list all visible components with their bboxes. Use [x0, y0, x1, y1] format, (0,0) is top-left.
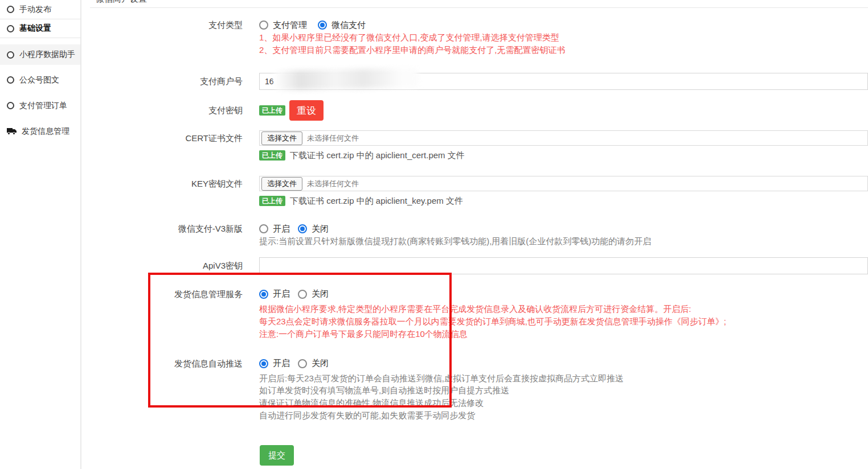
key-file-note: 下载证书 cert.zip 中的 apiclient_key.pem 文件 [290, 196, 463, 207]
sidebar-item-official-account-articles[interactable]: 公众号图文 [0, 67, 80, 93]
row-submit: 提交 [83, 445, 868, 466]
field-label: 微信支付-V3新版 [83, 223, 243, 248]
shipping-service-radio-group: 开启 关闭 [259, 288, 868, 301]
radio-option-wechat-pay[interactable]: 微信支付 [318, 20, 366, 31]
field-label-empty [83, 445, 243, 466]
radio-label: 支付管理 [273, 20, 307, 31]
radio-option-v3-on[interactable]: 开启 [259, 224, 290, 234]
radio-icon-checked[interactable] [298, 224, 307, 233]
redacted-value [275, 68, 419, 90]
radio-icon-checked[interactable] [259, 290, 268, 299]
cert-file-note: 下载证书 cert.zip 中的 apiclient_cert.pem 文件 [290, 150, 465, 161]
v3-hint: 提示:当前设置只针对新版微信提现打款(商家转账到零钱功能),用着旧版(企业付款到… [259, 235, 868, 248]
field-label: ApiV3密钥 [83, 257, 243, 274]
field-label: 支付密钥 [83, 100, 243, 121]
pay-type-note-1: 1、如果小程序里已经没有了微信支付入口,变成了支付管理,请选择支付管理类型 [259, 31, 868, 44]
field-label: CERT证书文件 [83, 130, 243, 161]
key-file-input: 选择文件 未选择任何文件 [259, 176, 868, 191]
row-shipping-push: 发货信息自动推送 开启 关闭 开启后:每天23点可发货的订单会自动推送到微信,虚… [83, 357, 868, 422]
circle-icon [7, 76, 14, 84]
field-label: KEY密钥文件 [83, 176, 243, 207]
merchant-id-input[interactable]: 16 [259, 73, 868, 90]
radio-label: 开启 [273, 224, 290, 234]
truck-icon [7, 127, 17, 135]
field-label: 支付类型 [83, 19, 243, 56]
field-label: 支付商户号 [83, 73, 243, 90]
row-apiv3-key: ApiV3密钥 [83, 257, 868, 274]
sidebar-item-label: 小程序数据助手 [19, 50, 75, 60]
radio-option-shipping-push-off[interactable]: 关闭 [298, 358, 329, 369]
page-header: 微信商户设置 [90, 0, 868, 8]
radio-label: 关闭 [312, 289, 329, 299]
radio-label: 微信支付 [331, 20, 366, 31]
radio-icon[interactable] [259, 20, 268, 30]
shipping-push-note-1: 开启后:每天23点可发货的订单会自动推送到微信,虚拟订单支付后会直接按虚拟商品方… [259, 372, 868, 385]
shipping-push-radio-group: 开启 关闭 [259, 357, 868, 370]
cert-file-input: 选择文件 未选择任何文件 [259, 130, 868, 146]
sidebar-spacer [0, 38, 80, 44]
radio-icon[interactable] [298, 290, 307, 299]
app-root: 手动发布 基础设置 小程序数据助手 公众号图文 支付管理订单 发货信息管理 [0, 0, 868, 469]
radio-option-v3-off[interactable]: 关闭 [298, 224, 329, 234]
row-key-file: KEY密钥文件 选择文件 未选择任何文件 已上传 下载证书 cert.zip 中… [83, 176, 868, 207]
choose-file-button[interactable]: 选择文件 [261, 131, 302, 145]
shipping-push-note-2: 如订单发货时没有填写物流单号,则自动推送时按用户自提方式推送 [259, 384, 868, 397]
apiv3-key-input[interactable] [259, 257, 868, 274]
sidebar: 手动发布 基础设置 小程序数据助手 公众号图文 支付管理订单 发货信息管理 [0, 0, 81, 469]
sidebar-item-label: 发货信息管理 [22, 126, 69, 137]
uploaded-badge: 已上传 [259, 196, 285, 206]
circle-icon [7, 51, 14, 59]
radio-label: 开启 [273, 358, 290, 369]
circle-icon [7, 102, 14, 109]
radio-icon[interactable] [298, 359, 307, 368]
sidebar-item-payment-manage-orders[interactable]: 支付管理订单 [0, 93, 80, 118]
sidebar-item-basic-settings[interactable]: 基础设置 [0, 19, 80, 38]
radio-option-shipping-service-off[interactable]: 关闭 [298, 289, 329, 299]
reset-key-button[interactable]: 重设 [289, 100, 324, 121]
merchant-id-visible-value: 16 [265, 77, 274, 86]
uploaded-badge: 已上传 [259, 150, 285, 161]
field-label: 发货信息管理服务 [83, 288, 243, 340]
submit-button[interactable]: 提交 [260, 445, 294, 466]
shipping-push-note-4: 自动进行同步发货有失败的可能,如失败需要手动同步发货 [259, 409, 868, 422]
row-pay-type: 支付类型 支付管理 微信支付 1、如果小程序里已经没有了微信支付入口,变成了支付… [83, 19, 868, 56]
row-shipping-service: 发货信息管理服务 开启 关闭 根据微信小程序要求,特定类型的小程序需要在平台完成… [83, 288, 868, 340]
v3-radio-group: 开启 关闭 [259, 223, 868, 235]
uploaded-badge: 已上传 [259, 105, 285, 116]
no-file-text: 未选择任何文件 [307, 179, 359, 189]
radio-icon[interactable] [259, 224, 268, 233]
radio-option-shipping-push-on[interactable]: 开启 [259, 358, 290, 369]
row-cert-file: CERT证书文件 选择文件 未选择任何文件 已上传 下载证书 cert.zip … [83, 130, 868, 161]
circle-icon [7, 25, 14, 32]
row-merchant-id: 支付商户号 16 [83, 73, 868, 90]
sidebar-item-label: 公众号图文 [19, 75, 59, 85]
page-title: 微信商户设置 [96, 0, 147, 5]
shipping-push-note-3: 请保证订单物流信息的准确性,物流信息推送成功后无法修改 [259, 397, 868, 409]
radio-label: 关闭 [312, 358, 329, 369]
radio-label: 开启 [273, 289, 290, 299]
radio-label: 关闭 [312, 224, 329, 234]
sidebar-item-label: 基础设置 [19, 23, 51, 34]
row-pay-key: 支付密钥 已上传 重设 [83, 100, 868, 121]
choose-file-button[interactable]: 选择文件 [261, 177, 302, 191]
radio-option-pay-manage[interactable]: 支付管理 [259, 20, 307, 31]
shipping-service-note-1: 根据微信小程序要求,特定类型的小程序需要在平台完成发货信息录入及确认收货流程后方… [259, 303, 868, 315]
pay-type-radio-group: 支付管理 微信支付 [259, 19, 868, 31]
main-content: 微信商户设置 支付类型 支付管理 微信支付 1、如果小程序里已经没有了微信支付入… [83, 0, 868, 469]
sidebar-item-manual-publish[interactable]: 手动发布 [0, 0, 80, 19]
shipping-service-note-2: 每天23点会定时请求微信服务器拉取一个月以内需要发货的订单到商城,也可手动更新在… [259, 315, 868, 328]
sidebar-item-miniprogram-data-assistant[interactable]: 小程序数据助手 [0, 44, 80, 65]
sidebar-item-label: 手动发布 [19, 5, 51, 15]
radio-icon-checked[interactable] [259, 359, 268, 368]
circle-icon [7, 6, 14, 13]
sidebar-item-shipping-info-manage[interactable]: 发货信息管理 [0, 118, 80, 144]
radio-option-shipping-service-on[interactable]: 开启 [259, 289, 290, 299]
field-label: 发货信息自动推送 [83, 357, 243, 422]
pay-type-note-2: 2、支付管理目前只需要配置小程序里申请的商户号就能支付了,无需配置密钥证书 [259, 44, 868, 56]
row-v3: 微信支付-V3新版 开启 关闭 提示:当前设置只针对新版微信提现打款(商家转账到… [83, 223, 868, 248]
shipping-service-note-3: 注意:一个商户订单号下最多只能同时存在10个物流信息 [259, 328, 868, 340]
sidebar-item-label: 支付管理订单 [19, 101, 67, 111]
no-file-text: 未选择任何文件 [307, 133, 359, 143]
radio-icon-checked[interactable] [318, 20, 327, 30]
